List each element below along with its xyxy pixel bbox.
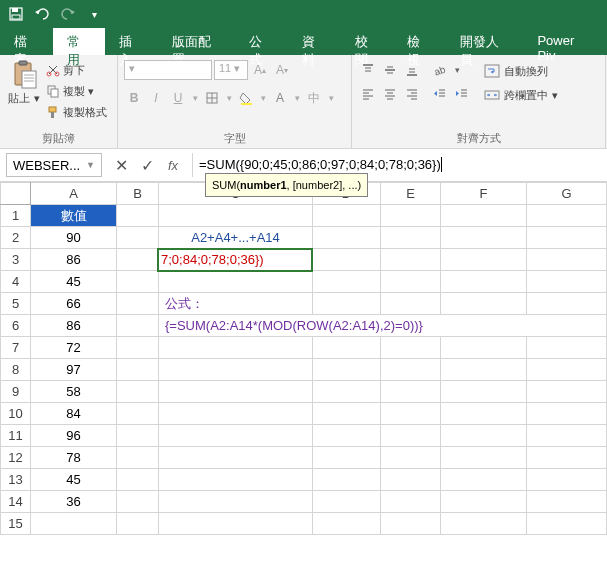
cell[interactable]: 45: [31, 271, 117, 293]
cell[interactable]: [441, 249, 527, 271]
cell[interactable]: 公式：: [159, 293, 313, 315]
cell[interactable]: [313, 205, 381, 227]
tab-view[interactable]: 檢視: [393, 28, 446, 55]
qat-customize-icon[interactable]: ▾: [82, 2, 106, 26]
cell[interactable]: [117, 293, 159, 315]
cell[interactable]: [527, 447, 607, 469]
tab-page-layout[interactable]: 版面配置: [158, 28, 235, 55]
cell[interactable]: [117, 359, 159, 381]
row-header[interactable]: 11: [1, 425, 31, 447]
cell[interactable]: [441, 425, 527, 447]
tab-review[interactable]: 校閱: [341, 28, 394, 55]
cell[interactable]: [527, 249, 607, 271]
cell[interactable]: [441, 491, 527, 513]
cell[interactable]: [381, 249, 441, 271]
cell[interactable]: [441, 381, 527, 403]
cell[interactable]: [159, 271, 313, 293]
cell[interactable]: [381, 513, 441, 535]
row-header[interactable]: 2: [1, 227, 31, 249]
cell[interactable]: [313, 227, 381, 249]
cell[interactable]: [313, 469, 381, 491]
cell[interactable]: A2+A4+...+A14: [159, 227, 313, 249]
cell[interactable]: [381, 227, 441, 249]
decrease-font-icon[interactable]: A▾: [272, 60, 292, 80]
orientation-dropdown-icon[interactable]: ▾: [452, 60, 462, 80]
cell[interactable]: [159, 513, 313, 535]
cell[interactable]: [441, 337, 527, 359]
cell[interactable]: [527, 337, 607, 359]
italic-button[interactable]: I: [146, 88, 166, 108]
cell[interactable]: [527, 205, 607, 227]
cell[interactable]: [527, 403, 607, 425]
col-header-f[interactable]: F: [441, 183, 527, 205]
cell[interactable]: [159, 491, 313, 513]
save-icon[interactable]: [4, 2, 28, 26]
align-top-icon[interactable]: [358, 60, 378, 80]
cell[interactable]: [313, 425, 381, 447]
undo-icon[interactable]: [30, 2, 54, 26]
row-header[interactable]: 6: [1, 315, 31, 337]
cell[interactable]: [313, 381, 381, 403]
row-header[interactable]: 4: [1, 271, 31, 293]
fill-color-button[interactable]: [236, 88, 256, 108]
align-middle-icon[interactable]: [380, 60, 400, 80]
row-header[interactable]: 8: [1, 359, 31, 381]
tab-power-pivot[interactable]: Power Piv: [523, 28, 607, 55]
cell[interactable]: [381, 293, 441, 315]
orientation-icon[interactable]: ab: [430, 60, 450, 80]
cancel-formula-icon[interactable]: ✕: [112, 156, 130, 174]
cell[interactable]: [441, 293, 527, 315]
cell[interactable]: [381, 359, 441, 381]
align-bottom-icon[interactable]: [402, 60, 422, 80]
cell[interactable]: 36: [31, 491, 117, 513]
spreadsheet-grid[interactable]: A B C D E F G 1數值計算 290A2+A4+...+A14 386…: [0, 182, 607, 535]
cell[interactable]: [313, 447, 381, 469]
row-header[interactable]: 1: [1, 205, 31, 227]
row-header[interactable]: 13: [1, 469, 31, 491]
cell[interactable]: 計算: [159, 205, 313, 227]
cell[interactable]: 84: [31, 403, 117, 425]
cell[interactable]: [117, 491, 159, 513]
bold-button[interactable]: B: [124, 88, 144, 108]
cell[interactable]: [117, 447, 159, 469]
font-name-select[interactable]: ▾: [124, 60, 212, 80]
cell[interactable]: [381, 425, 441, 447]
cell[interactable]: 78: [31, 447, 117, 469]
align-left-icon[interactable]: [358, 84, 378, 104]
cell[interactable]: 96: [31, 425, 117, 447]
cell[interactable]: [441, 227, 527, 249]
cell[interactable]: [441, 447, 527, 469]
cell[interactable]: [381, 447, 441, 469]
cell[interactable]: {=SUM(A2:A14*(MOD(ROW(A2:A14),2)=0))}: [159, 315, 607, 337]
formula-input[interactable]: =SUM({90;0;45;0;86;0;97;0;84;0;78;0;36})…: [192, 153, 601, 177]
cell[interactable]: [313, 359, 381, 381]
cell[interactable]: [527, 271, 607, 293]
cell[interactable]: [527, 293, 607, 315]
cell[interactable]: [117, 205, 159, 227]
cell[interactable]: 90: [31, 227, 117, 249]
tab-home[interactable]: 常用: [53, 28, 106, 55]
col-header-e[interactable]: E: [381, 183, 441, 205]
cell[interactable]: [159, 381, 313, 403]
align-center-icon[interactable]: [380, 84, 400, 104]
cell[interactable]: [381, 337, 441, 359]
cell[interactable]: 58: [31, 381, 117, 403]
cell[interactable]: [381, 381, 441, 403]
redo-icon[interactable]: [56, 2, 80, 26]
border-dropdown-icon[interactable]: ▾: [224, 88, 234, 108]
cell[interactable]: [313, 249, 381, 271]
cell[interactable]: [117, 337, 159, 359]
cell[interactable]: [117, 513, 159, 535]
format-painter-button[interactable]: 複製格式: [46, 102, 107, 122]
cell[interactable]: [159, 447, 313, 469]
row-header[interactable]: 10: [1, 403, 31, 425]
font-color-dropdown-icon[interactable]: ▾: [292, 88, 302, 108]
cell[interactable]: [313, 293, 381, 315]
insert-function-icon[interactable]: fx: [164, 156, 182, 174]
increase-font-icon[interactable]: A▴: [250, 60, 270, 80]
align-right-icon[interactable]: [402, 84, 422, 104]
row-header[interactable]: 14: [1, 491, 31, 513]
cell[interactable]: [527, 425, 607, 447]
cell[interactable]: [381, 469, 441, 491]
cell[interactable]: [313, 491, 381, 513]
